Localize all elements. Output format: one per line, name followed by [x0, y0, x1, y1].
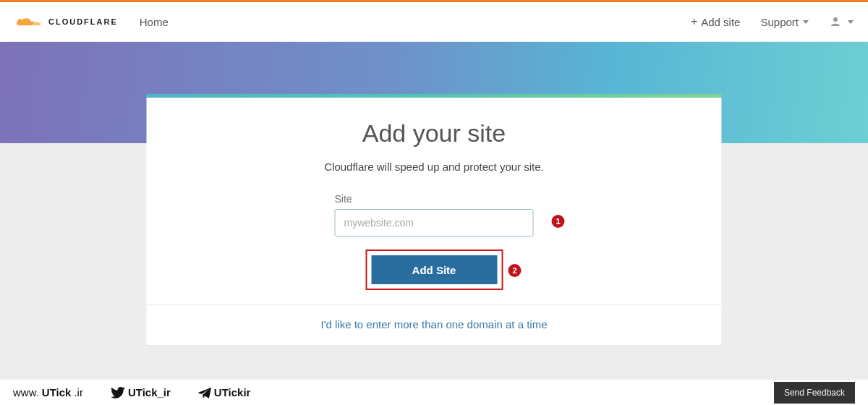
annotation-marker-2: 2: [509, 264, 522, 277]
site-label: Site: [335, 193, 534, 205]
add-site-label: Add site: [701, 16, 740, 28]
caret-down-icon: [848, 20, 854, 24]
user-icon: [829, 15, 842, 28]
caret-down-icon: [803, 20, 809, 24]
plus-icon: +: [691, 15, 697, 28]
main-card: Add your site Cloudflare will speed up a…: [147, 94, 722, 345]
multi-domain-link[interactable]: I'd like to enter more than one domain a…: [147, 305, 722, 345]
twitter-icon: [111, 387, 125, 398]
logo[interactable]: CLOUDFLARE: [14, 14, 118, 29]
header: CLOUDFLARE Home + Add site Support: [0, 2, 868, 42]
annotation-highlight-box: Add Site: [365, 250, 503, 290]
footer-link-website[interactable]: www.UTick.ir: [13, 386, 83, 398]
site-input[interactable]: [335, 209, 534, 236]
support-label: Support: [760, 16, 799, 28]
page-title: Add your site: [147, 119, 722, 148]
send-feedback-button[interactable]: Send Feedback: [774, 382, 855, 404]
telegram-icon: [198, 387, 211, 398]
footer-link-twitter[interactable]: UTick_ir: [111, 386, 171, 398]
logo-text: CLOUDFLARE: [48, 17, 118, 26]
footer: www.UTick.ir UTick_ir UTickir Send Feedb…: [0, 379, 868, 405]
nav-home[interactable]: Home: [140, 16, 169, 28]
annotation-marker-1: 1: [552, 215, 565, 228]
add-site-link[interactable]: + Add site: [691, 15, 741, 28]
add-site-button[interactable]: Add Site: [371, 255, 497, 284]
cloudflare-icon: [14, 14, 43, 29]
support-dropdown[interactable]: Support: [760, 16, 809, 28]
page-subtitle: Cloudflare will speed up and protect you…: [147, 161, 722, 173]
svg-point-0: [833, 17, 838, 22]
account-menu[interactable]: [829, 15, 854, 28]
footer-link-telegram[interactable]: UTickir: [198, 386, 251, 398]
